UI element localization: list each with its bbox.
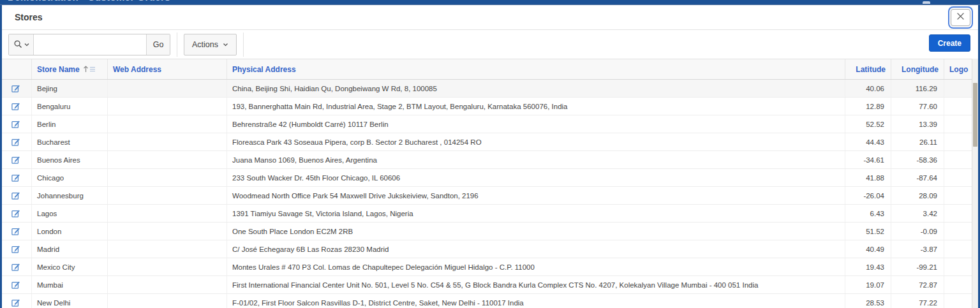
edit-row-button[interactable] [2,187,32,204]
chevron-down-icon [24,43,29,47]
cell-store-name: Mexico City [32,258,108,275]
edit-pencil-icon [11,280,20,290]
cell-logo [944,258,972,275]
cell-longitude: 116.29 [891,80,944,97]
cell-longitude: 26.11 [891,133,944,150]
cell-logo [944,133,972,150]
cell-latitude: 12.89 [845,98,891,115]
cell-longitude: -99.21 [891,258,944,275]
cell-latitude: 19.07 [845,276,891,293]
sort-ascending-icon [83,66,95,73]
edit-row-button[interactable] [2,80,32,97]
vertical-scrollbar[interactable] [972,59,978,308]
cell-web-address [108,294,227,308]
app-top-bar: Demonstration - Customer Orders [0,0,980,5]
edit-row-button[interactable] [2,223,32,240]
cell-longitude: 3.42 [891,205,944,222]
column-header-longitude[interactable]: Longitude [891,59,944,79]
cell-store-name: London [32,223,108,240]
cell-store-name: Bejing [32,80,108,97]
edit-pencil-icon [11,262,20,272]
column-header-logo[interactable]: Logo [944,59,972,79]
cell-logo [944,115,972,133]
table-row: Berlin Behrenstraße 42 (Humboldt Carré) … [2,115,972,133]
close-button[interactable] [951,9,970,26]
create-button[interactable]: Create [929,34,970,52]
cell-logo [944,205,972,222]
edit-row-button[interactable] [2,240,32,258]
cell-web-address [108,258,227,275]
actions-menu-button[interactable]: Actions [184,34,237,55]
cell-physical-address: 233 South Wacker Dr. 45th Floor Chicago,… [227,169,845,186]
search-group: Go [8,34,170,55]
cell-physical-address: Woodmead North Office Park 54 Maxwell Dr… [227,187,845,204]
cell-web-address [108,169,227,186]
cell-web-address [108,205,227,222]
cell-web-address [108,223,227,240]
cell-longitude: -3.87 [891,240,944,258]
edit-column-header [2,59,32,79]
table-header-row: Store Name Web Address Physical Address [2,59,972,80]
cell-longitude: 77.22 [891,294,944,308]
cell-longitude: -87.64 [891,169,944,186]
edit-pencil-icon [11,137,20,147]
cell-logo [944,169,972,186]
cell-store-name: Berlin [32,115,108,133]
app-title: Demonstration - Customer Orders [8,0,170,3]
edit-row-button[interactable] [2,98,32,115]
column-header-latitude[interactable]: Latitude [845,59,891,79]
edit-row-button[interactable] [2,276,32,293]
search-input[interactable] [34,34,146,55]
table-row: Bucharest Floreasca Park 43 Soseaua Pipe… [2,133,972,151]
edit-pencil-icon [11,101,20,111]
table-row: New Delhi F-01/02, First Floor Salcon Ra… [2,294,972,308]
cell-latitude: 41.88 [845,169,891,186]
go-button[interactable]: Go [146,34,170,55]
edit-row-button[interactable] [2,169,32,186]
cell-web-address [108,115,227,133]
cell-latitude: 28.53 [845,294,891,308]
table-row: Bengaluru 193, Bannerghatta Main Rd, Ind… [2,98,972,115]
cell-web-address [108,80,227,97]
edit-row-button[interactable] [2,115,32,133]
cell-longitude: 77.60 [891,98,944,115]
cell-web-address [108,276,227,293]
cell-store-name: Madrid [32,240,108,258]
edit-row-button[interactable] [2,151,32,168]
column-header-web-address[interactable]: Web Address [108,59,227,79]
cell-latitude: 40.49 [845,240,891,258]
scrollbar-thumb[interactable] [973,83,977,147]
edit-row-button[interactable] [2,294,32,308]
edit-pencil-icon [11,119,20,129]
table-body: Bejing China, Beijing Shi, Haidian Qu, D… [2,80,972,308]
search-column-selector[interactable] [9,34,34,55]
cell-physical-address: Floreasca Park 43 Soseaua Pipera, corp B… [227,133,845,150]
cell-longitude: -0.09 [891,223,944,240]
table-row: Mumbai First International Financial Cen… [2,276,972,294]
edit-pencil-icon [11,173,20,182]
cell-longitude: 13.39 [891,115,944,133]
cell-latitude: 40.06 [845,80,891,97]
cell-physical-address: Juana Manso 1069, Buenos Aires, Argentin… [227,151,845,168]
edit-pencil-icon [11,209,20,218]
edit-row-button[interactable] [2,205,32,222]
edit-row-button[interactable] [2,133,32,150]
cell-logo [944,80,972,97]
column-header-store-name[interactable]: Store Name [32,59,108,79]
cell-logo [944,276,972,293]
topbar-nav-icon [923,1,930,4]
dialog-header: Stores [2,5,978,30]
table-row: London One South Place London EC2M 2RB 5… [2,223,972,240]
edit-row-button[interactable] [2,258,32,275]
cell-logo [944,294,972,308]
column-header-physical-address[interactable]: Physical Address [227,59,845,79]
report-toolbar: Go Actions Create [2,30,978,59]
cell-store-name: Johannesburg [32,187,108,204]
cell-latitude: -34.61 [845,151,891,168]
cell-store-name: Buenos Aires [32,151,108,168]
cell-logo [944,98,972,115]
cell-physical-address: 1391 Tiamiyu Savage St, Victoria Island,… [227,205,845,222]
table-row: Buenos Aires Juana Manso 1069, Buenos Ai… [2,151,972,169]
cell-store-name: New Delhi [32,294,108,308]
search-icon [13,40,23,49]
